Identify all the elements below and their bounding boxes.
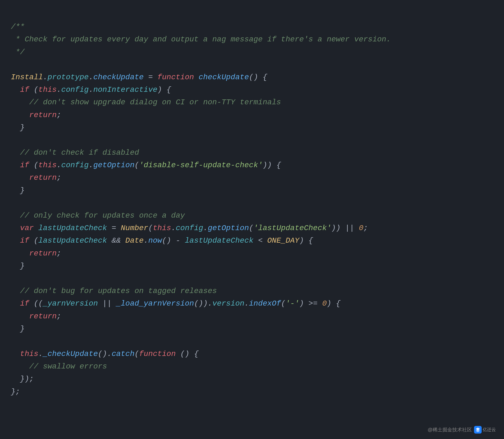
code-content: /** * Check for updates every day and ou… [11, 8, 493, 398]
watermark: @稀土掘金技术社区 亿迁云 [428, 426, 496, 434]
juejin-icon: 亿迁云 [474, 426, 496, 434]
watermark-text: @稀土掘金技术社区 [428, 426, 472, 433]
logo-text: 亿迁云 [483, 427, 496, 433]
code-editor: /** * Check for updates every day and ou… [0, 0, 504, 439]
